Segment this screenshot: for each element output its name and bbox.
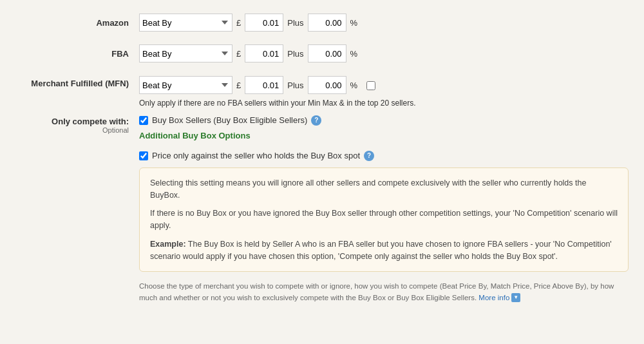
only-compete-label: Only compete with: (52, 117, 129, 126)
only-compete-row: Only compete with: Optional Buy Box Sell… (10, 115, 634, 161)
mfn-controls: Beat By Match Price Price Above By £ Plu… (139, 76, 634, 109)
amazon-percent-input[interactable] (308, 14, 346, 32)
mfn-label: Merchant Fulfilled (MFN) (10, 76, 139, 88)
price-only-checkbox[interactable] (139, 151, 148, 160)
mfn-strategy-select[interactable]: Beat By Match Price Price Above By (139, 76, 232, 94)
price-only-row: Price only against the seller who holds … (139, 151, 374, 161)
info-para-3: Example: The Buy Box is held by Seller A… (150, 238, 618, 263)
mfn-only-fba-checkbox[interactable] (366, 81, 375, 90)
fba-pct-label: % (350, 49, 358, 59)
mfn-plus-label: Plus (287, 81, 303, 90)
only-compete-controls: Buy Box Sellers (Buy Box Eligible Seller… (139, 115, 634, 161)
amazon-plus-label: Plus (287, 18, 303, 28)
only-compete-label-col: Only compete with: Optional (10, 115, 139, 134)
fba-row: FBA Beat By Match Price Price Above By £… (10, 41, 634, 66)
mfn-extra-text: Only apply if there are no FBA sellers w… (139, 98, 416, 109)
fba-label: FBA (10, 49, 139, 59)
more-info-label: More info (478, 292, 509, 303)
footer-description: Choose the type of merchant you wish to … (139, 282, 614, 301)
info-example-text: The Buy Box is held by Seller A who is a… (150, 240, 612, 261)
price-only-help-icon[interactable]: ? (364, 151, 374, 161)
additional-options-link[interactable]: Additional Buy Box Options (139, 131, 251, 140)
more-info-link[interactable]: More info (478, 292, 520, 303)
info-example-label: Example: (150, 240, 186, 249)
amazon-currency: £ (236, 18, 241, 28)
fba-percent-input[interactable] (308, 44, 346, 62)
info-para-2: If there is no Buy Box or you have ignor… (150, 207, 618, 232)
fba-amount-input[interactable] (245, 44, 283, 62)
mfn-row: Merchant Fulfilled (MFN) Beat By Match P… (10, 72, 634, 109)
buy-box-sellers-label: Buy Box Sellers (Buy Box Eligible Seller… (152, 115, 307, 125)
fba-controls: Beat By Match Price Price Above By £ Plu… (139, 44, 634, 62)
buy-box-sellers-checkbox[interactable] (139, 116, 148, 125)
info-box: Selecting this setting means you will ig… (139, 167, 629, 272)
info-para-1: Selecting this setting means you will ig… (150, 177, 618, 202)
price-only-label: Price only against the seller who holds … (152, 151, 360, 160)
fba-currency: £ (236, 49, 241, 59)
amazon-amount-input[interactable] (245, 14, 283, 32)
footer-text: Choose the type of merchant you wish to … (10, 281, 629, 303)
mfn-percent-input[interactable] (308, 76, 346, 94)
mfn-amount-input[interactable] (245, 76, 283, 94)
more-info-arrow-icon (511, 293, 520, 302)
buy-box-help-icon[interactable]: ? (311, 115, 321, 126)
mfn-currency: £ (236, 81, 241, 90)
fba-strategy-select[interactable]: Beat By Match Price Price Above By (139, 44, 232, 62)
amazon-label: Amazon (10, 18, 139, 28)
buy-box-sellers-row: Buy Box Sellers (Buy Box Eligible Seller… (139, 115, 321, 126)
optional-label: Optional (102, 126, 129, 134)
amazon-controls: Beat By Match Price Price Above By £ Plu… (139, 14, 634, 32)
mfn-pct-label: % (350, 81, 358, 90)
amazon-row: Amazon Beat By Match Price Price Above B… (10, 10, 634, 35)
competition-settings-form: Amazon Beat By Match Price Price Above B… (10, 10, 634, 303)
amazon-strategy-select[interactable]: Beat By Match Price Price Above By (139, 14, 232, 32)
fba-plus-label: Plus (287, 49, 303, 59)
amazon-pct-label: % (350, 18, 358, 28)
